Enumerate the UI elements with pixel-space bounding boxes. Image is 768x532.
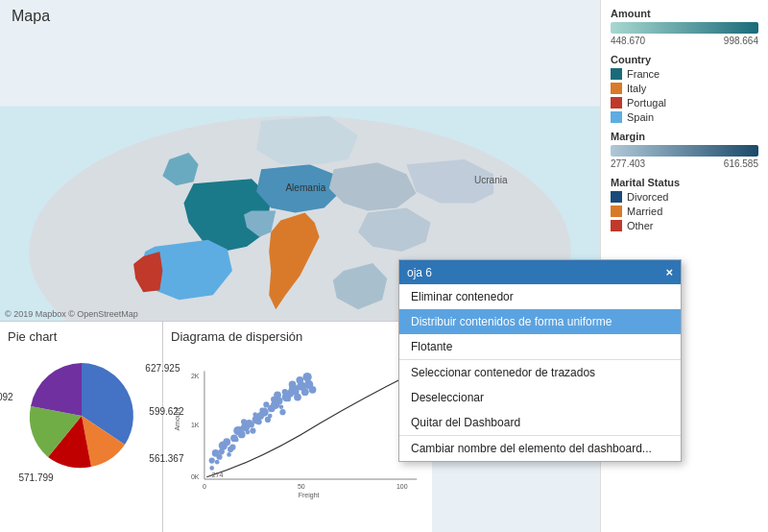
marital-section: Marital Status Divorced Married Other xyxy=(611,177,758,231)
country-portugal: Portugal xyxy=(611,97,758,109)
svg-text:2K: 2K xyxy=(191,373,200,379)
svg-point-64 xyxy=(300,384,306,390)
amount-range: 448.670 998.664 xyxy=(611,36,758,46)
divorced-color xyxy=(611,191,622,203)
country-spain: Spain xyxy=(611,111,758,123)
margin-gradient xyxy=(611,145,758,157)
marital-items: Divorced Married Other xyxy=(611,191,758,231)
context-menu-header: oja 6 × xyxy=(399,260,681,284)
pie-chart-container: 627.925 599.622 561.367 571.799 574.092 xyxy=(19,353,144,478)
svg-point-48 xyxy=(241,419,247,424)
margin-range: 277.403 616.585 xyxy=(611,158,758,169)
portugal-label: Portugal xyxy=(627,97,666,109)
marital-other: Other xyxy=(611,220,758,231)
svg-text:50: 50 xyxy=(298,483,305,490)
pie-label-4: 571.799 xyxy=(19,472,54,483)
scatter-panel: Diagrama de dispersión 2K 1K 0K 0 50 100… xyxy=(163,322,432,532)
amount-gradient xyxy=(611,22,758,34)
svg-point-51 xyxy=(252,412,257,417)
scatter-annotation: 274 xyxy=(212,472,224,478)
svg-point-43 xyxy=(223,442,228,447)
context-menu-close[interactable]: × xyxy=(665,265,673,279)
married-color xyxy=(611,206,622,217)
svg-point-50 xyxy=(249,422,254,427)
spain-color xyxy=(611,111,622,123)
scatter-title: Diagrama de dispersión xyxy=(171,329,424,344)
svg-text:0K: 0K xyxy=(191,473,200,480)
country-france: France xyxy=(611,68,758,80)
pie-panel: Pie chart xyxy=(0,322,163,532)
svg-point-46 xyxy=(234,438,239,443)
married-label: Married xyxy=(627,206,662,217)
spain-label: Spain xyxy=(627,111,654,123)
svg-point-55 xyxy=(268,414,273,419)
pie-chart-title: Pie chart xyxy=(8,329,155,344)
margin-max: 616.585 xyxy=(724,158,758,169)
context-menu: oja 6 × Eliminar contenedor Distribuir c… xyxy=(398,259,682,462)
context-menu-title: oja 6 xyxy=(407,266,432,279)
svg-text:100: 100 xyxy=(396,483,408,490)
svg-point-31 xyxy=(279,409,285,415)
country-italy: Italy xyxy=(611,83,758,94)
svg-point-58 xyxy=(279,404,284,409)
context-menu-item-3[interactable]: Seleccionar contenedor de trazados xyxy=(399,360,681,385)
svg-text:Freight: Freight xyxy=(299,492,320,499)
pie-svg xyxy=(19,353,144,478)
amount-max: 998.664 xyxy=(724,36,758,46)
amount-section: Amount 448.670 998.664 xyxy=(611,8,758,46)
context-menu-item-4[interactable]: Deseleccionar xyxy=(399,385,681,410)
amount-title: Amount xyxy=(611,8,758,19)
context-menu-item-6[interactable]: Cambiar nombre del elemento del dashboar… xyxy=(399,436,681,461)
france-label: France xyxy=(627,68,660,80)
svg-point-47 xyxy=(237,426,243,432)
svg-point-39 xyxy=(309,386,317,394)
divorced-label: Divorced xyxy=(627,191,668,203)
svg-point-54 xyxy=(263,401,269,407)
main-container: Mapa xyxy=(0,0,768,532)
svg-text:1K: 1K xyxy=(191,422,200,428)
svg-point-14 xyxy=(216,454,222,460)
country-items: France Italy Portugal Spain xyxy=(611,68,758,123)
italy-color xyxy=(611,83,622,94)
other-color xyxy=(611,220,622,231)
svg-point-62 xyxy=(293,389,299,395)
pie-label-0: 574.092 xyxy=(0,392,13,402)
context-menu-item-5[interactable]: Quitar del Dashboard xyxy=(399,410,681,435)
france-color xyxy=(611,68,622,80)
portugal-color xyxy=(611,97,622,109)
svg-point-44 xyxy=(227,452,231,457)
svg-point-45 xyxy=(229,445,235,450)
germany-label: Alemania xyxy=(285,182,325,193)
svg-point-41 xyxy=(215,460,220,465)
map-title: Mapa xyxy=(12,8,50,25)
bottom-row: Pie chart xyxy=(0,321,432,532)
svg-point-65 xyxy=(302,373,311,381)
svg-point-61 xyxy=(289,381,297,389)
svg-point-60 xyxy=(286,398,291,402)
svg-point-63 xyxy=(296,376,303,384)
amount-min: 448.670 xyxy=(611,36,645,46)
svg-point-42 xyxy=(219,448,225,454)
svg-point-59 xyxy=(282,389,288,395)
svg-point-40 xyxy=(209,466,214,471)
context-menu-item-2[interactable]: Flotante xyxy=(399,334,681,359)
svg-point-49 xyxy=(246,430,251,435)
italy-label: Italy xyxy=(627,83,646,94)
margin-section: Margin 277.403 616.585 xyxy=(611,131,758,169)
country-section: Country France Italy Portugal Spain xyxy=(611,54,758,123)
svg-point-57 xyxy=(274,391,281,399)
ukraine-label: Ucrania xyxy=(474,175,508,185)
svg-point-52 xyxy=(256,419,262,424)
marital-divorced: Divorced xyxy=(611,191,758,203)
svg-text:0: 0 xyxy=(203,483,206,490)
other-label: Other xyxy=(627,220,654,231)
svg-point-53 xyxy=(259,407,264,412)
svg-text:Amount: Amount xyxy=(174,407,180,430)
country-title: Country xyxy=(611,54,758,65)
svg-point-12 xyxy=(209,458,215,464)
context-menu-item-0[interactable]: Eliminar contenedor xyxy=(399,284,681,309)
marital-married: Married xyxy=(611,206,758,217)
marital-title: Marital Status xyxy=(611,177,758,188)
context-menu-item-1[interactable]: Distribuir contenidos de forma uniforme xyxy=(399,309,681,334)
margin-title: Margin xyxy=(611,131,758,142)
